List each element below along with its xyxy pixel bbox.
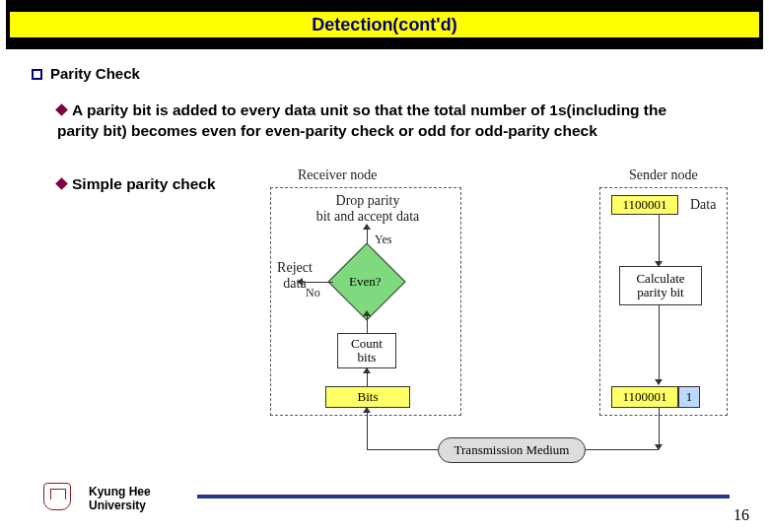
transmission-medium-text: Transmission Medium (454, 442, 570, 458)
arrow-down2-icon (659, 305, 660, 384)
university-logo-icon (43, 483, 79, 514)
sender-data-label: Data (690, 197, 716, 213)
footer-university: Kyung Hee University (89, 485, 151, 513)
arrow-up2-icon (367, 311, 368, 333)
bullet-description: A parity bit is added to every data unit… (57, 100, 708, 142)
title-band: Detection(cont'd) (10, 12, 759, 37)
parity-check-text: Parity Check (50, 65, 140, 82)
no-label: No (306, 286, 320, 300)
arrow-up3-icon (367, 368, 368, 386)
sender-out-parity-box: 1 (678, 386, 700, 408)
bullet-simple-parity: Simple parity check (57, 175, 216, 193)
bits-box: Bits (325, 386, 410, 408)
count-bits-box: Count bits (337, 333, 396, 368)
arrow-up4-icon (367, 408, 368, 449)
slide-title: Detection(cont'd) (312, 15, 456, 34)
description-text: A parity bit is added to every data unit… (57, 101, 666, 139)
even-decision-text: Even? (349, 274, 381, 290)
page-number: 16 (734, 506, 749, 524)
footer-rule (197, 495, 730, 499)
sender-data-bits-box: 1100001 (611, 195, 678, 215)
calc-parity-box: Calculate parity bit (619, 266, 702, 305)
sender-node-label: Sender node (629, 167, 698, 183)
diamond-bullet-icon (55, 103, 68, 116)
receiver-node-label: Receiver node (298, 167, 377, 183)
connector-left-icon (367, 449, 438, 450)
parity-diagram: Receiver node Sender node Drop parity bi… (264, 167, 733, 473)
simple-parity-text: Simple parity check (72, 175, 216, 192)
bullet-parity-check: Parity Check (32, 65, 140, 82)
drop-parity-label: Drop parity bit and accept data (304, 193, 432, 225)
connector-right-icon (586, 449, 659, 450)
square-bullet-icon (32, 69, 42, 80)
sender-out-bits-box: 1100001 (611, 386, 678, 408)
arrow-down1-icon (659, 215, 660, 266)
footer-uni-line2: University (89, 499, 146, 512)
arrow-left-icon (298, 282, 333, 283)
arrow-down3-icon (659, 408, 660, 449)
footer-uni-line1: Kyung Hee (89, 485, 151, 499)
yes-label: Yes (375, 233, 391, 247)
transmission-medium-oval: Transmission Medium (438, 437, 586, 463)
diamond-bullet-icon (55, 177, 68, 190)
